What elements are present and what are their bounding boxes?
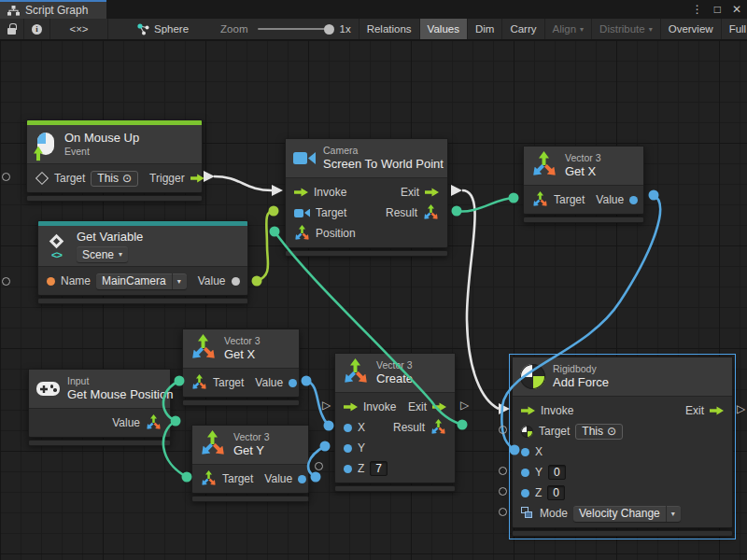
unconnected-port-ring[interactable] [499, 508, 507, 516]
graph-canvas[interactable]: On Mouse Up Event Target This ⊙ Trigger [0, 40, 747, 560]
unconnected-port-ring[interactable] [499, 487, 507, 496]
camera-port-icon[interactable] [294, 209, 310, 217]
flow-wire [214, 176, 272, 190]
breadcrumb-graph-name: Sphere [154, 23, 189, 35]
node-get-variable[interactable]: <> Get Variable Scene ▾ Name MainCamera [37, 220, 248, 304]
target-this-pill[interactable]: This ⊙ [91, 171, 138, 187]
relations-button[interactable]: Relations [359, 19, 419, 39]
port-target-label: Target [539, 425, 570, 438]
value-port[interactable] [289, 379, 297, 387]
node-vector3-get-x-top[interactable]: Vector 3 Get X Target Value [523, 146, 644, 223]
invoke-flow-port[interactable] [294, 188, 308, 197]
y-value-field[interactable]: 0 [548, 465, 566, 480]
zoom-slider-handle[interactable] [324, 24, 334, 35]
graph-toolbar: i <×> Sphere Zoom 1x Relations Values Di… [0, 19, 747, 40]
port-result-label: Result [386, 206, 417, 219]
port-mode-label: Mode [540, 507, 568, 520]
close-icon[interactable]: ✕ [732, 4, 741, 15]
port-invoke-label: Invoke [541, 404, 573, 417]
port-target-label: Target [554, 193, 585, 206]
code-preview-button[interactable]: <×> [50, 19, 108, 39]
rigidbody-port-icon[interactable] [521, 426, 533, 438]
zoom-slider[interactable] [258, 28, 332, 30]
values-button[interactable]: Values [419, 19, 467, 39]
breadcrumb[interactable]: Sphere [129, 19, 196, 39]
distribute-button[interactable]: Distribute▾ [591, 19, 660, 39]
node-vector3-get-x[interactable]: Vector 3 Get X Target Value [182, 329, 300, 406]
unconnected-flow-triangle[interactable]: ▷ [460, 399, 469, 411]
variable-name-dropdown[interactable]: MainCamera ▾ [96, 273, 187, 289]
vector3-port-icon[interactable] [294, 227, 310, 241]
value-port[interactable] [629, 196, 638, 204]
variable-scope-dropdown[interactable]: Scene ▾ [77, 246, 128, 262]
script-graph-icon [7, 6, 20, 16]
dim-button[interactable]: Dim [467, 19, 501, 39]
vector3-port-icon[interactable] [191, 376, 207, 390]
exit-flow-port[interactable] [710, 406, 724, 415]
exit-flow-port[interactable] [425, 188, 439, 197]
port-position-label: Position [316, 227, 356, 240]
vector3-icon [531, 154, 557, 178]
node-add-force[interactable]: Rigidbody Add Force Invoke Exit Target T… [512, 357, 733, 537]
y-port[interactable] [521, 469, 529, 477]
lock-button[interactable] [0, 19, 24, 39]
port-x-label: X [358, 421, 365, 434]
node-vector3-get-y[interactable]: Vector 3 Get Y Target Value [191, 425, 309, 502]
object-picker-icon[interactable]: ⊙ [122, 172, 132, 185]
z-value-field[interactable]: 0 [547, 485, 565, 500]
z-port[interactable] [521, 489, 529, 497]
value-port[interactable] [298, 475, 306, 483]
camera-icon [293, 152, 316, 164]
port-target-label: Target [222, 472, 253, 485]
flow-wire-arrowhead [499, 403, 510, 414]
distribute-dropdown-icon: ▾ [649, 25, 653, 34]
zoom-level: 1x [340, 23, 351, 35]
node-get-mouse-position[interactable]: Input Get Mouse Position Value [28, 369, 171, 446]
unconnected-port-ring[interactable] [2, 277, 10, 286]
y-port[interactable] [344, 444, 352, 453]
node-vector3-create[interactable]: Vector 3 Create Invoke Exit X Result [334, 353, 456, 492]
node-title: Get Variable [77, 230, 143, 245]
name-port[interactable] [47, 277, 55, 286]
vector3-icon [343, 361, 369, 385]
align-button[interactable]: Align▾ [544, 19, 592, 39]
carry-button[interactable]: Carry [501, 19, 543, 39]
vector3-port-icon[interactable] [430, 421, 446, 435]
z-value-field[interactable]: 7 [370, 461, 388, 476]
vector3-port-icon[interactable] [201, 472, 217, 486]
tab-script-graph[interactable]: Script Graph [0, 0, 106, 19]
unconnected-port-ring[interactable] [315, 462, 323, 470]
x-port[interactable] [521, 448, 529, 456]
unconnected-port-ring[interactable] [2, 173, 10, 181]
invoke-flow-port[interactable] [521, 406, 535, 415]
enum-port-icon[interactable] [521, 507, 534, 520]
maximize-icon[interactable]: □ [714, 4, 721, 15]
overview-button[interactable]: Overview [660, 19, 721, 39]
invoke-flow-port[interactable] [344, 402, 358, 412]
full-screen-button[interactable]: Full Screen [721, 19, 747, 39]
vector3-port-icon[interactable] [146, 416, 162, 430]
z-port[interactable] [344, 465, 352, 473]
unconnected-flow-triangle[interactable]: ▷ [322, 399, 331, 411]
unconnected-port-ring[interactable] [499, 467, 507, 475]
trigger-flow-port[interactable] [190, 174, 204, 183]
vector3-port-icon[interactable] [423, 206, 439, 220]
exit-flow-port[interactable] [432, 402, 446, 412]
value-port[interactable] [232, 277, 240, 286]
vector3-port-icon[interactable] [532, 193, 548, 207]
x-port[interactable] [344, 424, 352, 432]
gameobject-icon [35, 172, 49, 185]
port-value-label: Value [596, 193, 624, 206]
node-category: Vector 3 [233, 431, 270, 443]
window-menu-icon[interactable]: ⋮ [692, 4, 703, 15]
object-picker-icon[interactable]: ⊙ [607, 425, 616, 438]
unconnected-flow-triangle[interactable]: ▷ [737, 403, 745, 414]
node-on-mouse-up[interactable]: On Mouse Up Event Target This ⊙ Trigger [26, 119, 203, 202]
inspect-button[interactable]: i [24, 19, 50, 39]
unconnected-port-ring[interactable] [499, 426, 507, 434]
node-title: Get Mouse Position [67, 387, 173, 402]
node-screen-to-world-point[interactable]: Camera Screen To World Point Invoke Exit… [285, 138, 448, 257]
mode-dropdown[interactable]: Velocity Change ▾ [573, 506, 681, 522]
target-this-pill[interactable]: This ⊙ [575, 424, 623, 440]
dropdown-arrow-icon: ▾ [172, 273, 181, 289]
